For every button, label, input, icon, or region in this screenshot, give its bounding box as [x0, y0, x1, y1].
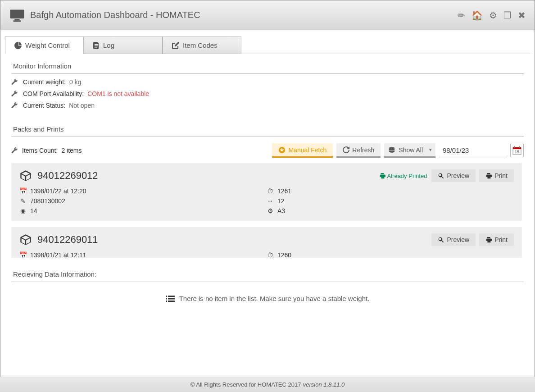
print-icon: [379, 173, 385, 179]
wrench-icon: [11, 90, 19, 97]
svg-text:15: 15: [515, 150, 519, 154]
monitor-icon: [9, 9, 25, 22]
print-button[interactable]: Print: [479, 169, 514, 182]
item-card: 94012269011 Preview Print: [11, 227, 522, 258]
packs-toolbar: Items Count: 2 items Manual Fetch Refres…: [11, 137, 524, 163]
file-icon: [93, 42, 100, 49]
tab-item-codes[interactable]: Item Codes: [163, 36, 241, 54]
item-code: 7080130002: [30, 197, 65, 205]
date-input[interactable]: [439, 144, 507, 157]
tab-weight-control[interactable]: Weight Control: [5, 36, 84, 54]
row-com-port: COM Port Availability: COM1 is not avail…: [11, 86, 524, 97]
arrows-icon: ↔: [267, 197, 274, 205]
tab-label: Weight Control: [25, 41, 70, 49]
home-icon[interactable]: [472, 10, 483, 21]
refresh-button[interactable]: Refresh: [336, 143, 381, 158]
wrench-icon: [11, 78, 19, 86]
tab-label: Log: [103, 41, 114, 49]
close-icon[interactable]: [518, 10, 526, 21]
current-weight-label: Current weight:: [23, 78, 66, 86]
preview-button[interactable]: Preview: [431, 233, 476, 246]
item-datetime: 1398/01/21 at 12:11: [30, 251, 86, 258]
svg-rect-11: [519, 146, 520, 148]
tab-log[interactable]: Log: [84, 36, 163, 54]
footer: © All Rights Reserved for HOMATEC 2017- …: [0, 377, 535, 392]
database-icon: [389, 147, 395, 153]
search-icon: [438, 237, 444, 243]
gauge-icon: ⏱: [267, 187, 274, 195]
show-filter-select[interactable]: Show All: [384, 143, 435, 158]
item-id: 94012269012: [37, 170, 379, 182]
item-cog: A3: [277, 207, 285, 214]
refresh-icon: [343, 146, 349, 153]
already-printed-badge: Already Printed: [379, 173, 427, 179]
current-status-value: Not open: [69, 102, 95, 109]
svg-rect-10: [514, 146, 515, 148]
item-datetime: 1398/01/22 at 12:20: [30, 187, 86, 195]
settings-icon[interactable]: [489, 10, 497, 21]
edit-icon: ✎: [19, 197, 27, 205]
calendar-button[interactable]: 15: [510, 144, 524, 157]
items-count-label: Items Count:: [22, 147, 58, 154]
print-icon: [485, 173, 492, 179]
svg-rect-16: [168, 298, 175, 299]
maximize-icon[interactable]: [503, 10, 512, 21]
svg-rect-1: [14, 19, 19, 20]
edit-note-icon: [172, 42, 179, 49]
item-gauge: 1260: [277, 251, 291, 258]
svg-rect-15: [166, 298, 167, 299]
com-port-label: COM Port Availability:: [23, 90, 84, 97]
search-icon: [438, 173, 444, 179]
footer-version: version 1.8.11.0: [303, 381, 345, 388]
box-icon: [19, 233, 32, 246]
pie-chart-icon: [14, 42, 22, 49]
current-status-label: Current Status:: [23, 102, 65, 109]
svg-rect-4: [95, 46, 98, 46]
svg-rect-13: [166, 296, 167, 297]
svg-rect-3: [95, 44, 98, 45]
edit-icon[interactable]: [458, 10, 465, 21]
item-card: 94012269012 Already Printed Preview: [11, 163, 522, 221]
window-controls: [458, 10, 526, 21]
print-icon: [485, 237, 492, 243]
items-count-value: 2 items: [61, 147, 82, 154]
manual-fetch-button[interactable]: Manual Fetch: [272, 143, 333, 158]
com-port-value: COM1 is not available: [87, 90, 149, 97]
tabs: Weight Control Log Item Codes: [0, 30, 535, 54]
tab-label: Item Codes: [183, 41, 218, 49]
items-list[interactable]: 94012269012 Already Printed Preview: [11, 163, 524, 258]
svg-rect-9: [513, 147, 521, 149]
cogs-icon: ⚙: [267, 207, 274, 214]
wrench-icon: [11, 102, 19, 109]
svg-rect-18: [168, 301, 175, 302]
calendar-icon: 📅: [19, 251, 27, 258]
box-icon: [19, 169, 32, 182]
list-icon: [166, 295, 175, 302]
calendar-icon: 📅: [19, 187, 27, 195]
section-monitor-title: Monitor Information: [11, 54, 524, 74]
svg-rect-5: [95, 47, 97, 48]
preview-button[interactable]: Preview: [431, 169, 476, 182]
svg-rect-14: [168, 296, 175, 297]
item-target: 14: [30, 207, 37, 214]
receiving-empty-message: There is no item in the list. Make sure …: [11, 282, 524, 315]
print-button[interactable]: Print: [479, 233, 514, 246]
gauge-icon: ⏱: [267, 251, 274, 258]
section-receiving-title: Recieving Data Information:: [11, 262, 524, 282]
item-gauge: 1261: [277, 187, 291, 195]
footer-copyright: © All Rights Reserved for HOMATEC 2017-: [190, 381, 303, 388]
item-id: 94012269011: [37, 234, 431, 246]
app-title: Bafgh Automation Dashboard - HOMATEC: [30, 10, 458, 20]
svg-point-7: [389, 147, 394, 149]
svg-rect-0: [10, 9, 24, 18]
current-weight-value: 0 kg: [69, 78, 81, 86]
item-arrow: 12: [277, 197, 285, 205]
download-circle-icon: [278, 146, 286, 154]
section-packs-title: Packs and Prints: [11, 117, 524, 137]
wrench-icon: [11, 147, 18, 154]
svg-rect-17: [166, 301, 167, 302]
row-current-status: Current Status: Not open: [11, 97, 524, 109]
svg-rect-2: [14, 20, 21, 22]
target-icon: ◉: [19, 207, 27, 214]
row-current-weight: Current weight: 0 kg: [11, 74, 524, 86]
